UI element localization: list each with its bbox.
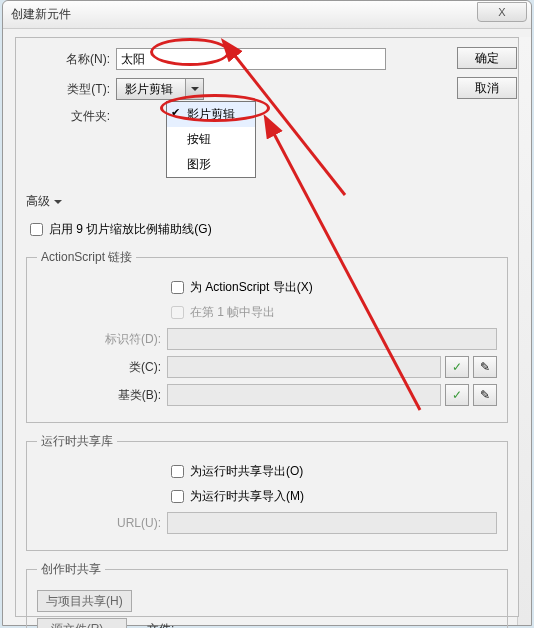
pencil-icon: ✎ [480,388,490,402]
ok-button[interactable]: 确定 [457,47,517,69]
dialog-window: 创建新元件 X 名称(N): 类型(T): 影片剪辑 文件夹: 高级 [2,0,532,626]
runtime-fieldset: 运行时共享库 为运行时共享导出(O) 为运行时共享导入(M) URL(U): [26,433,508,551]
titlebar[interactable]: 创建新元件 [3,1,531,29]
check-icon: ✔ [171,106,180,119]
export-frame1-input [171,306,184,319]
type-dropdown: ✔ 影片剪辑 按钮 图形 [166,101,256,178]
url-input [167,512,497,534]
advanced-label: 高级 [26,193,50,210]
export-frame1-checkbox: 在第 1 帧中导出 [167,303,275,322]
chevron-down-icon [185,79,203,99]
export-runtime-checkbox[interactable]: 为运行时共享导出(O) [167,462,303,481]
dropdown-item-graphic[interactable]: 图形 [167,152,255,177]
authortime-fieldset: 创作时共享 与项目共享(H) 源文件(R)... 文件: 元件(S)... 元件… [26,561,508,628]
class-input [167,356,441,378]
identifier-label: 标识符(D): [37,331,167,348]
close-button[interactable]: X [477,2,527,22]
url-label: URL(U): [37,516,167,530]
close-icon: X [498,6,505,18]
export-runtime-input[interactable] [171,465,184,478]
type-combobox[interactable]: 影片剪辑 [116,78,204,100]
runtime-legend: 运行时共享库 [37,433,117,450]
name-label: 名称(N): [26,51,116,68]
dropdown-item-movieclip[interactable]: ✔ 影片剪辑 [167,102,255,127]
window-title: 创建新元件 [11,6,523,23]
folder-label: 文件夹: [26,108,116,125]
import-runtime-input[interactable] [171,490,184,503]
type-selected-text: 影片剪辑 [125,81,173,98]
enable-9slice-input[interactable] [30,223,43,236]
authortime-legend: 创作时共享 [37,561,105,578]
dropdown-item-button[interactable]: 按钮 [167,127,255,152]
baseclass-check-button[interactable]: ✓ [445,384,469,406]
enable-9slice-label: 启用 9 切片缩放比例辅助线(G) [49,221,212,238]
actionscript-fieldset: ActionScript 链接 为 ActionScript 导出(X) 在第 … [26,249,508,423]
export-as-checkbox[interactable]: 为 ActionScript 导出(X) [167,278,313,297]
name-input[interactable] [116,48,386,70]
baseclass-label: 基类(B): [37,387,167,404]
advanced-toggle[interactable]: 高级 [26,193,62,210]
baseclass-edit-button[interactable]: ✎ [473,384,497,406]
dialog-body: 名称(N): 类型(T): 影片剪辑 文件夹: 高级 启用 9 切片缩放比例辅助… [15,37,519,617]
baseclass-input [167,384,441,406]
actionscript-legend: ActionScript 链接 [37,249,136,266]
file-label: 文件: [127,621,187,629]
check-icon: ✓ [452,360,462,374]
share-project-button[interactable]: 与项目共享(H) [37,590,132,612]
class-edit-button[interactable]: ✎ [473,356,497,378]
check-icon: ✓ [452,388,462,402]
triangle-down-icon [54,200,62,208]
type-label: 类型(T): [26,81,116,98]
enable-9slice-checkbox[interactable]: 启用 9 切片缩放比例辅助线(G) [26,220,508,239]
class-check-button[interactable]: ✓ [445,356,469,378]
pencil-icon: ✎ [480,360,490,374]
export-as-input[interactable] [171,281,184,294]
class-label: 类(C): [37,359,167,376]
cancel-button[interactable]: 取消 [457,77,517,99]
identifier-input [167,328,497,350]
scrollbar[interactable] [517,37,531,625]
source-file-button[interactable]: 源文件(R)... [37,618,127,628]
import-runtime-checkbox[interactable]: 为运行时共享导入(M) [167,487,304,506]
